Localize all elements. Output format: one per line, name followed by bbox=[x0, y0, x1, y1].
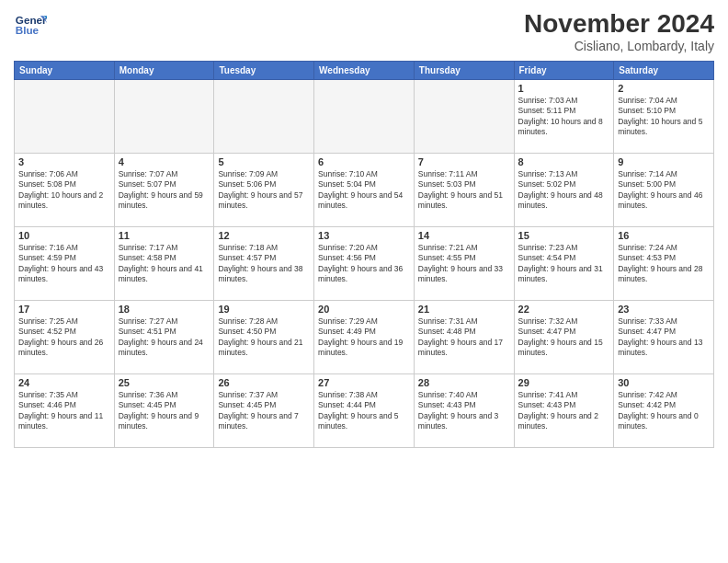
day-info: Sunrise: 7:17 AM Sunset: 4:58 PM Dayligh… bbox=[119, 243, 210, 285]
calendar-day-cell: 5Sunrise: 7:09 AM Sunset: 5:06 PM Daylig… bbox=[214, 154, 314, 227]
day-number: 8 bbox=[518, 156, 610, 167]
day-info: Sunrise: 7:41 AM Sunset: 4:43 PM Dayligh… bbox=[518, 390, 610, 432]
calendar-day-cell: 19Sunrise: 7:28 AM Sunset: 4:50 PM Dayli… bbox=[214, 301, 314, 374]
calendar-day-cell: 12Sunrise: 7:18 AM Sunset: 4:57 PM Dayli… bbox=[214, 227, 314, 301]
calendar-day-cell bbox=[15, 80, 115, 154]
day-info: Sunrise: 7:23 AM Sunset: 4:54 PM Dayligh… bbox=[518, 243, 610, 285]
calendar-day-cell bbox=[214, 80, 314, 154]
day-number: 2 bbox=[618, 83, 710, 94]
header: General Blue November 2024 Cisliano, Lom… bbox=[14, 9, 714, 53]
day-info: Sunrise: 7:21 AM Sunset: 4:55 PM Dayligh… bbox=[418, 243, 510, 285]
day-number: 19 bbox=[218, 304, 310, 315]
day-info: Sunrise: 7:09 AM Sunset: 5:06 PM Dayligh… bbox=[218, 169, 310, 212]
day-number: 12 bbox=[218, 230, 310, 241]
day-info: Sunrise: 7:25 AM Sunset: 4:52 PM Dayligh… bbox=[18, 316, 110, 359]
day-info: Sunrise: 7:04 AM Sunset: 5:10 PM Dayligh… bbox=[618, 96, 710, 138]
day-info: Sunrise: 7:37 AM Sunset: 4:45 PM Dayligh… bbox=[218, 390, 310, 432]
day-info: Sunrise: 7:40 AM Sunset: 4:43 PM Dayligh… bbox=[418, 390, 510, 432]
weekday-header: Monday bbox=[114, 62, 214, 80]
calendar-day-cell: 10Sunrise: 7:16 AM Sunset: 4:59 PM Dayli… bbox=[15, 227, 115, 301]
day-number: 3 bbox=[18, 156, 110, 167]
calendar-day-cell: 29Sunrise: 7:41 AM Sunset: 4:43 PM Dayli… bbox=[514, 374, 614, 448]
calendar-day-cell: 27Sunrise: 7:38 AM Sunset: 4:44 PM Dayli… bbox=[314, 374, 415, 448]
day-number: 26 bbox=[218, 377, 310, 388]
calendar-day-cell: 2Sunrise: 7:04 AM Sunset: 5:10 PM Daylig… bbox=[614, 80, 714, 154]
day-number: 30 bbox=[618, 377, 710, 388]
logo: General Blue bbox=[14, 9, 47, 42]
day-info: Sunrise: 7:11 AM Sunset: 5:03 PM Dayligh… bbox=[418, 169, 510, 212]
day-number: 24 bbox=[18, 377, 110, 388]
calendar-day-cell: 15Sunrise: 7:23 AM Sunset: 4:54 PM Dayli… bbox=[514, 227, 614, 301]
day-number: 13 bbox=[318, 230, 410, 241]
calendar-day-cell bbox=[414, 80, 514, 154]
calendar-day-cell: 24Sunrise: 7:35 AM Sunset: 4:46 PM Dayli… bbox=[15, 374, 115, 448]
day-number: 21 bbox=[418, 304, 510, 315]
day-info: Sunrise: 7:16 AM Sunset: 4:59 PM Dayligh… bbox=[18, 243, 110, 285]
day-info: Sunrise: 7:42 AM Sunset: 4:42 PM Dayligh… bbox=[618, 390, 710, 432]
calendar-day-cell: 18Sunrise: 7:27 AM Sunset: 4:51 PM Dayli… bbox=[114, 301, 214, 374]
day-info: Sunrise: 7:07 AM Sunset: 5:07 PM Dayligh… bbox=[119, 169, 210, 212]
calendar-day-cell: 1Sunrise: 7:03 AM Sunset: 5:11 PM Daylig… bbox=[514, 80, 614, 154]
svg-text:Blue: Blue bbox=[16, 24, 40, 36]
calendar-day-cell: 17Sunrise: 7:25 AM Sunset: 4:52 PM Dayli… bbox=[15, 301, 115, 374]
calendar-day-cell: 11Sunrise: 7:17 AM Sunset: 4:58 PM Dayli… bbox=[114, 227, 214, 301]
day-number: 1 bbox=[518, 83, 610, 94]
day-info: Sunrise: 7:27 AM Sunset: 4:51 PM Dayligh… bbox=[119, 316, 210, 359]
day-info: Sunrise: 7:29 AM Sunset: 4:49 PM Dayligh… bbox=[318, 316, 410, 359]
day-info: Sunrise: 7:36 AM Sunset: 4:45 PM Dayligh… bbox=[119, 390, 210, 432]
weekday-header: Sunday bbox=[15, 62, 115, 80]
day-number: 28 bbox=[418, 377, 510, 388]
day-info: Sunrise: 7:13 AM Sunset: 5:02 PM Dayligh… bbox=[518, 169, 610, 212]
calendar-day-cell: 3Sunrise: 7:06 AM Sunset: 5:08 PM Daylig… bbox=[15, 154, 115, 227]
month-title: November 2024 bbox=[524, 9, 714, 39]
day-info: Sunrise: 7:03 AM Sunset: 5:11 PM Dayligh… bbox=[518, 96, 610, 138]
calendar-day-cell: 21Sunrise: 7:31 AM Sunset: 4:48 PM Dayli… bbox=[414, 301, 514, 374]
calendar-week-row: 3Sunrise: 7:06 AM Sunset: 5:08 PM Daylig… bbox=[15, 154, 714, 227]
calendar-day-cell: 13Sunrise: 7:20 AM Sunset: 4:56 PM Dayli… bbox=[314, 227, 415, 301]
day-info: Sunrise: 7:31 AM Sunset: 4:48 PM Dayligh… bbox=[418, 316, 510, 359]
weekday-header: Wednesday bbox=[314, 62, 415, 80]
calendar-day-cell: 16Sunrise: 7:24 AM Sunset: 4:53 PM Dayli… bbox=[614, 227, 714, 301]
calendar-day-cell: 6Sunrise: 7:10 AM Sunset: 5:04 PM Daylig… bbox=[314, 154, 415, 227]
calendar-day-cell: 25Sunrise: 7:36 AM Sunset: 4:45 PM Dayli… bbox=[114, 374, 214, 448]
calendar-day-cell: 20Sunrise: 7:29 AM Sunset: 4:49 PM Dayli… bbox=[314, 301, 415, 374]
calendar-day-cell: 7Sunrise: 7:11 AM Sunset: 5:03 PM Daylig… bbox=[414, 154, 514, 227]
day-number: 18 bbox=[119, 304, 210, 315]
day-info: Sunrise: 7:06 AM Sunset: 5:08 PM Dayligh… bbox=[18, 169, 110, 212]
calendar-day-cell bbox=[114, 80, 214, 154]
calendar-day-cell bbox=[314, 80, 415, 154]
calendar-day-cell: 8Sunrise: 7:13 AM Sunset: 5:02 PM Daylig… bbox=[514, 154, 614, 227]
weekday-header: Saturday bbox=[614, 62, 714, 80]
logo-icon: General Blue bbox=[14, 9, 47, 42]
day-info: Sunrise: 7:10 AM Sunset: 5:04 PM Dayligh… bbox=[318, 169, 410, 212]
day-number: 25 bbox=[119, 377, 210, 388]
location: Cisliano, Lombardy, Italy bbox=[524, 39, 714, 53]
calendar-day-cell: 26Sunrise: 7:37 AM Sunset: 4:45 PM Dayli… bbox=[214, 374, 314, 448]
weekday-header: Tuesday bbox=[214, 62, 314, 80]
calendar-table: SundayMondayTuesdayWednesdayThursdayFrid… bbox=[14, 61, 714, 448]
day-number: 11 bbox=[119, 230, 210, 241]
day-info: Sunrise: 7:32 AM Sunset: 4:47 PM Dayligh… bbox=[518, 316, 610, 359]
calendar-day-cell: 4Sunrise: 7:07 AM Sunset: 5:07 PM Daylig… bbox=[114, 154, 214, 227]
calendar-day-cell: 22Sunrise: 7:32 AM Sunset: 4:47 PM Dayli… bbox=[514, 301, 614, 374]
day-number: 16 bbox=[618, 230, 710, 241]
weekday-header: Thursday bbox=[414, 62, 514, 80]
calendar-week-row: 24Sunrise: 7:35 AM Sunset: 4:46 PM Dayli… bbox=[15, 374, 714, 448]
calendar-day-cell: 28Sunrise: 7:40 AM Sunset: 4:43 PM Dayli… bbox=[414, 374, 514, 448]
calendar-day-cell: 23Sunrise: 7:33 AM Sunset: 4:47 PM Dayli… bbox=[614, 301, 714, 374]
day-number: 9 bbox=[618, 156, 710, 167]
day-info: Sunrise: 7:20 AM Sunset: 4:56 PM Dayligh… bbox=[318, 243, 410, 285]
calendar-day-cell: 30Sunrise: 7:42 AM Sunset: 4:42 PM Dayli… bbox=[614, 374, 714, 448]
calendar-week-row: 17Sunrise: 7:25 AM Sunset: 4:52 PM Dayli… bbox=[15, 301, 714, 374]
day-info: Sunrise: 7:14 AM Sunset: 5:00 PM Dayligh… bbox=[618, 169, 710, 212]
day-info: Sunrise: 7:24 AM Sunset: 4:53 PM Dayligh… bbox=[618, 243, 710, 285]
day-info: Sunrise: 7:18 AM Sunset: 4:57 PM Dayligh… bbox=[218, 243, 310, 285]
day-number: 27 bbox=[318, 377, 410, 388]
weekday-header: Friday bbox=[514, 62, 614, 80]
day-info: Sunrise: 7:33 AM Sunset: 4:47 PM Dayligh… bbox=[618, 316, 710, 359]
day-number: 5 bbox=[218, 156, 310, 167]
calendar-day-cell: 14Sunrise: 7:21 AM Sunset: 4:55 PM Dayli… bbox=[414, 227, 514, 301]
day-number: 15 bbox=[518, 230, 610, 241]
day-info: Sunrise: 7:35 AM Sunset: 4:46 PM Dayligh… bbox=[18, 390, 110, 432]
day-number: 14 bbox=[418, 230, 510, 241]
